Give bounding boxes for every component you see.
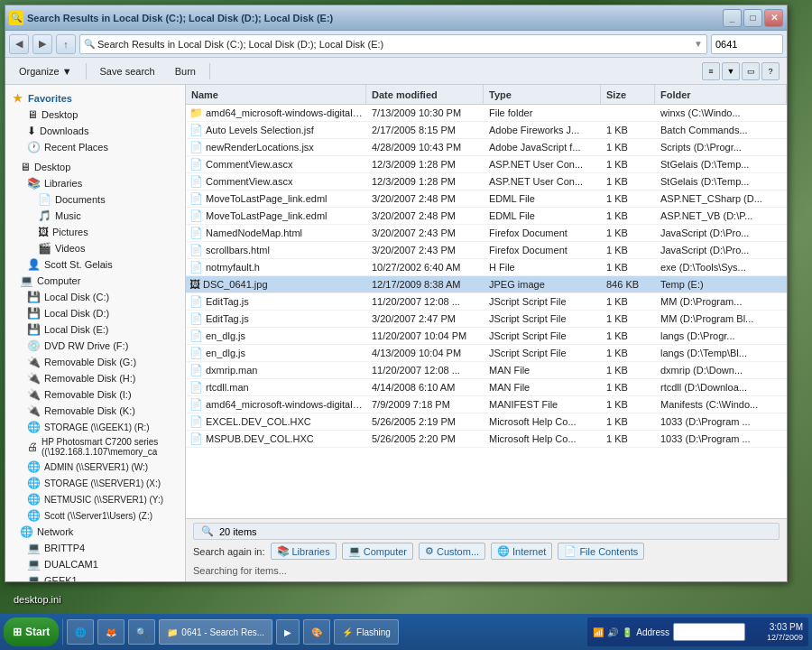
file-name-text: Auto Levels Selection.jsf (206, 125, 314, 135)
taskbar-window-btn[interactable]: 📁 0641 - Search Res... (159, 619, 272, 645)
custom-search-btn[interactable]: ⚙ Custom... (419, 543, 485, 560)
table-row[interactable]: 📄 notmyfault.h 10/27/2002 6:40 AM H File… (186, 259, 787, 276)
file-folder-cell: StGelais (D:\Temp... (655, 158, 787, 171)
col-name-label: Name (191, 89, 218, 100)
taskbar-media-btn[interactable]: ▶ (276, 619, 300, 645)
sidebar-item-libraries[interactable]: 📚 Libraries (5, 175, 185, 191)
col-header-folder[interactable]: Folder (655, 85, 787, 104)
table-row[interactable]: 📄 newRenderLocations.jsx 4/28/2009 10:43… (186, 139, 787, 156)
sidebar-item-music[interactable]: 🎵 Music (5, 208, 185, 224)
sidebar-item-brittp4[interactable]: 💻 BRITTP4 (5, 540, 185, 556)
dvd-label: DVD RW Drive (F:) (44, 340, 128, 351)
internet-search-btn[interactable]: 🌐 Internet (491, 543, 552, 560)
favorites-header[interactable]: ★ Favorites (5, 88, 185, 107)
view-details-button[interactable]: ≡ (702, 62, 720, 80)
computer-search-btn[interactable]: 💻 Computer (342, 543, 413, 560)
table-row[interactable]: 📄 CommentView.ascx 12/3/2009 1:28 PM ASP… (186, 173, 787, 190)
taskbar-folder-icon: 📁 (167, 627, 178, 637)
table-row[interactable]: 📄 EditTag.js 11/20/2007 12:08 ... JScrip… (186, 293, 787, 311)
col-header-size[interactable]: Size (601, 85, 655, 104)
up-button[interactable]: ↑ (56, 34, 76, 54)
minimize-button[interactable]: _ (723, 9, 742, 27)
table-row[interactable]: 📄 EditTag.js 3/20/2007 2:47 PM JScript S… (186, 311, 787, 328)
table-row[interactable]: 📄 Auto Levels Selection.jsf 2/17/2005 8:… (186, 122, 787, 139)
file-type-icon: 📄 (189, 330, 203, 342)
maximize-button[interactable]: □ (743, 9, 762, 27)
table-row[interactable]: 📄 NamedNodeMap.html 3/20/2007 2:43 PM Fi… (186, 225, 787, 242)
sidebar-item-scott[interactable]: 👤 Scott St. Gelais (5, 256, 185, 273)
sidebar-item-desktop-section[interactable]: 🖥 Desktop (5, 159, 185, 175)
table-row[interactable]: 📄 rtcdll.man 4/14/2008 6:10 AM MAN File … (186, 379, 787, 396)
sidebar-item-recent-places[interactable]: 🕐 Recent Places (5, 139, 185, 155)
search-input[interactable] (711, 34, 783, 54)
view-toggle-button[interactable]: ▼ (722, 62, 740, 80)
help-button[interactable]: ? (761, 62, 780, 80)
forward-button[interactable]: ▶ (32, 34, 52, 54)
sidebar-item-dvd[interactable]: 💿 DVD RW Drive (F:) (5, 338, 185, 354)
preview-pane-button[interactable]: ▭ (742, 62, 760, 80)
save-search-button[interactable]: Save search (94, 63, 161, 79)
sidebar-item-dualcam[interactable]: 💻 DUALCAM1 (5, 556, 185, 572)
file-type-icon: 📄 (189, 227, 203, 239)
sidebar-item-storage-2[interactable]: 🌐 STORAGE (\\SERVER1) (X:) (5, 475, 185, 491)
sidebar-item-geek1[interactable]: 💻 GEEK1 (5, 572, 185, 581)
sidebar-item-removable-h[interactable]: 🔌 Removable Disk (H:) (5, 370, 185, 386)
table-row[interactable]: 📁 amd64_microsoft-windows-digitallocker.… (186, 105, 787, 122)
libraries-search-btn[interactable]: 📚 Libraries (271, 543, 337, 560)
taskbar-flashing-btn[interactable]: ⚡ Flashing (334, 619, 399, 645)
sidebar-item-admin[interactable]: 🌐 ADMIN (\\SERVER1) (W:) (5, 459, 185, 475)
col-header-type[interactable]: Type (484, 85, 601, 104)
sidebar-item-local-c[interactable]: 💾 Local Disk (C:) (5, 289, 185, 305)
sidebar-item-netmusic[interactable]: 🌐 NETMUSIC (\\SERVER1) (Y:) (5, 491, 185, 507)
taskbar-ps-btn[interactable]: 🎨 (303, 619, 330, 645)
sidebar-item-downloads[interactable]: ⬇ Downloads (5, 123, 185, 139)
sidebar-item-pictures[interactable]: 🖼 Pictures (5, 224, 185, 240)
close-button[interactable]: ✕ (764, 9, 783, 27)
sidebar-item-removable-i[interactable]: 🔌 Removable Disk (I:) (5, 386, 185, 403)
file-name-text: amd64_microsoft-windows-digitallocker... (206, 399, 363, 410)
sidebar-item-desktop[interactable]: 🖥 Desktop (5, 107, 185, 123)
table-row[interactable]: 📄 scrollbars.html 3/20/2007 2:43 PM Fire… (186, 242, 787, 259)
address-bar[interactable]: 🔍 Search Results in Local Disk (C:); Loc… (79, 34, 707, 54)
start-button[interactable]: ⊞ Start (4, 618, 59, 646)
taskbar-address-input[interactable] (673, 623, 745, 641)
table-row[interactable]: 📄 MSPUB.DEV_COL.HXC 5/26/2005 2:20 PM Mi… (186, 431, 787, 448)
taskbar-window-label: 0641 - Search Res... (181, 627, 264, 637)
table-row[interactable]: 📄 amd64_microsoft-windows-digitallocker.… (186, 396, 787, 413)
sidebar-item-hp-photosmart[interactable]: 🖨 HP Photosmart C7200 series ((\192.168.… (5, 435, 185, 459)
burn-button[interactable]: Burn (169, 63, 202, 79)
sidebar-item-documents[interactable]: 📄 Documents (5, 191, 185, 208)
table-row[interactable]: 📄 dxmrip.man 11/20/2007 12:08 ... MAN Fi… (186, 362, 787, 379)
sidebar-item-videos[interactable]: 🎬 Videos (5, 240, 185, 256)
table-row[interactable]: 📄 CommentView.ascx 12/3/2009 1:28 PM ASP… (186, 156, 787, 173)
file-date-cell: 5/26/2005 2:19 PM (366, 415, 484, 428)
organize-button[interactable]: Organize ▼ (13, 63, 78, 79)
sidebar-item-removable-g[interactable]: 🔌 Removable Disk (G:) (5, 354, 185, 370)
col-header-date[interactable]: Date modified (366, 85, 484, 104)
taskbar-firefox-btn[interactable]: 🦊 (97, 619, 125, 645)
taskbar-search-btn[interactable]: 🔍 (128, 619, 155, 645)
file-name-text: scrollbars.html (206, 245, 270, 255)
sidebar-item-local-e[interactable]: 💾 Local Disk (E:) (5, 321, 185, 338)
file-date-cell: 3/20/2007 2:43 PM (366, 244, 484, 256)
back-button[interactable]: ◀ (9, 34, 29, 54)
sidebar-item-scott-server[interactable]: 🌐 Scott (\\Server1\Users) (Z:) (5, 507, 185, 524)
sidebar-item-removable-k[interactable]: 🔌 Removable Disk (K:) (5, 403, 185, 419)
table-row[interactable]: 📄 MoveToLastPage_link.edml 3/20/2007 2:4… (186, 190, 787, 208)
table-row[interactable]: 📄 MoveToLastPage_link.edml 3/20/2007 2:4… (186, 208, 787, 225)
sidebar-item-storage-1[interactable]: 🌐 STORAGE (\\GEEK1) (R:) (5, 419, 185, 435)
taskbar-ie-btn[interactable]: 🌐 (67, 619, 94, 645)
file-contents-search-btn[interactable]: 📄 File Contents (558, 543, 644, 560)
sidebar-item-local-d[interactable]: 💾 Local Disk (D:) (5, 305, 185, 321)
table-row[interactable]: 📄 en_dlg.js 11/20/2007 10:04 PM JScript … (186, 328, 787, 345)
table-row[interactable]: 🖼 DSC_0641.jpg 12/17/2009 8:38 AM JPEG i… (186, 276, 787, 293)
sidebar-item-computer[interactable]: 💻 Computer (5, 273, 185, 289)
table-row[interactable]: 📄 EXCEL.DEV_COL.HXC 5/26/2005 2:19 PM Mi… (186, 413, 787, 431)
file-size-cell: 1 KB (601, 312, 655, 325)
sidebar-item-network[interactable]: 🌐 Network (5, 524, 185, 540)
table-row[interactable]: 📄 en_dlg.js 4/13/2009 10:04 PM JScript S… (186, 345, 787, 362)
burn-label: Burn (175, 66, 196, 77)
search-again-bar: Search again in: 📚 Libraries 💻 Computer … (193, 543, 780, 560)
col-header-name[interactable]: Name (186, 85, 366, 104)
file-type-cell: Adobe Fireworks J... (484, 124, 601, 136)
